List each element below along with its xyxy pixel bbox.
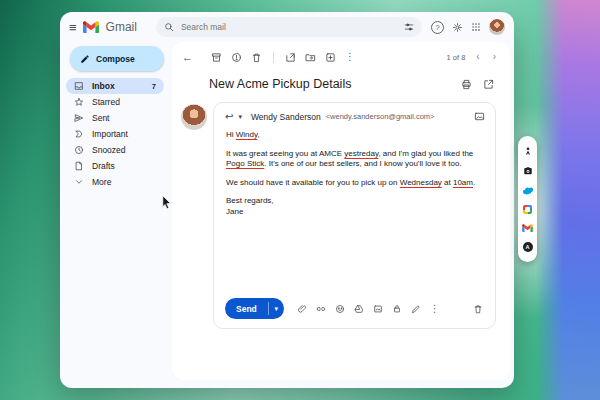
sidebar-item-label: Inbox	[92, 81, 115, 91]
move-to-folder-icon[interactable]	[305, 52, 316, 63]
google-apps-grid-icon[interactable]	[471, 22, 481, 32]
highlighted-product: Pogo Stick	[226, 159, 264, 168]
sidebar-item-label: Important	[92, 129, 128, 139]
signature-pen-icon[interactable]	[411, 304, 421, 314]
search-options-tune-icon[interactable]	[404, 22, 414, 32]
sidebar-item-important[interactable]: Important	[66, 126, 164, 142]
desktop-background: ≡ Gmail ?	[0, 0, 600, 400]
email-body: Hi Windy, It was great seeing you at AMC…	[214, 122, 495, 225]
reply-icon[interactable]: ↩	[225, 112, 233, 122]
reply-dropdown-icon[interactable]: ▾	[238, 113, 242, 120]
sidebar-item-more[interactable]: More	[66, 174, 164, 190]
compose-button[interactable]: Compose	[70, 46, 164, 71]
discard-draft-trash-icon[interactable]	[473, 304, 483, 314]
photo-icon[interactable]	[474, 111, 485, 122]
gmail-wordmark: Gmail	[106, 20, 137, 34]
mail-toolbar: ←	[172, 42, 510, 68]
send-button[interactable]: Send ▾	[225, 298, 284, 319]
help-icon[interactable]: ?	[431, 21, 444, 34]
send-options-caret-icon[interactable]: ▾	[269, 298, 284, 319]
delete-trash-icon[interactable]	[251, 52, 262, 63]
side-app-strip: A	[518, 136, 537, 262]
sidebar-item-label: Snoozed	[92, 145, 126, 155]
confidential-lock-icon[interactable]	[392, 304, 402, 314]
misspelled-word: Windy	[236, 130, 258, 139]
important-tag-icon	[74, 129, 84, 139]
pencil-icon	[80, 54, 90, 64]
sidebar-item-snoozed[interactable]: Snoozed	[66, 142, 164, 158]
gmail-logo-icon	[83, 21, 99, 33]
mark-unread-icon[interactable]	[285, 52, 296, 63]
sender-name: Wendy Sanderson	[251, 112, 321, 122]
dark-app-icon[interactable]: A	[523, 242, 533, 252]
drive-icon[interactable]	[354, 304, 364, 314]
chevron-down-icon	[74, 177, 84, 187]
main-menu-icon[interactable]: ≡	[69, 21, 77, 34]
search-bar[interactable]	[156, 17, 422, 37]
search-input[interactable]	[179, 21, 399, 33]
sidebar-item-starred[interactable]: Starred	[66, 94, 164, 110]
sidebar-item-sent[interactable]: Sent	[66, 110, 164, 126]
email-subject: New Acme Pickup Details	[209, 77, 351, 91]
gmail-window: ≡ Gmail ?	[60, 12, 514, 388]
more-compose-options-icon[interactable]: ⋮	[430, 304, 440, 314]
message-row: ↩ ▾ Wendy Sanderson <wendy.sanderson@gma…	[172, 95, 510, 380]
add-label-icon[interactable]	[325, 52, 336, 63]
older-chevron-icon[interactable]: ›	[491, 52, 498, 62]
send-label[interactable]: Send	[225, 298, 268, 319]
greeting-line: Hi Windy,	[226, 130, 483, 141]
closing-line: Best regards,	[226, 196, 483, 207]
sender-row: ↩ ▾ Wendy Sanderson <wendy.sanderson@gma…	[214, 103, 495, 122]
sidebar-item-label: Drafts	[92, 161, 115, 171]
insert-link-icon[interactable]	[316, 304, 326, 314]
wallpaper-gradient-band	[536, 0, 600, 400]
email-card: ↩ ▾ Wendy Sanderson <wendy.sanderson@gma…	[213, 102, 496, 329]
sidebar-item-drafts[interactable]: Drafts	[66, 158, 164, 174]
gmail-header: ≡ Gmail ?	[60, 12, 514, 42]
compose-action-bar: Send ▾	[214, 298, 495, 328]
sender-email: <wendy.sanderson@gmail.com>	[326, 112, 435, 121]
person-icon[interactable]	[523, 146, 533, 156]
highlighted-day: Wednesday	[400, 178, 442, 187]
signature-line: Jane	[226, 207, 483, 218]
inbox-icon	[74, 81, 84, 91]
inbox-unread-count: 7	[152, 82, 156, 91]
back-arrow-icon[interactable]: ←	[182, 52, 193, 63]
salesforce-cloud-icon[interactable]	[522, 186, 534, 195]
sidebar-item-label: Starred	[92, 97, 120, 107]
account-avatar[interactable]	[489, 19, 505, 35]
search-icon	[164, 22, 174, 32]
camera-icon[interactable]	[523, 166, 533, 176]
archive-icon[interactable]	[211, 52, 222, 63]
misspelled-word: yestreday	[344, 149, 378, 158]
sidebar-nav: Inbox 7 Starred Sent	[60, 78, 172, 190]
insert-image-icon[interactable]	[373, 304, 383, 314]
gmail-body: Compose Inbox 7 Starred	[60, 42, 514, 388]
draft-file-icon	[74, 161, 84, 171]
sidebar-item-label: Sent	[92, 113, 110, 123]
newer-chevron-icon[interactable]: ‹	[474, 52, 481, 62]
sidebar-item-inbox[interactable]: Inbox 7	[66, 78, 164, 94]
sender-avatar	[181, 104, 207, 130]
pagination-counter: 1 of 8	[447, 53, 466, 62]
print-icon[interactable]	[461, 79, 472, 90]
emoji-icon[interactable]	[335, 304, 345, 314]
report-spam-icon[interactable]	[231, 52, 242, 63]
star-icon	[74, 97, 84, 107]
send-plane-icon	[74, 113, 84, 123]
open-in-new-icon[interactable]	[483, 79, 494, 90]
paragraph-1: It was great seeing you at AMCE yestreda…	[226, 149, 483, 170]
sidebar: Compose Inbox 7 Starred	[60, 42, 172, 190]
toolbar-divider	[273, 52, 274, 63]
compose-label: Compose	[96, 54, 135, 64]
highlighted-time: 10am	[453, 178, 473, 187]
subject-row: New Acme Pickup Details	[172, 68, 510, 95]
header-actions: ?	[431, 19, 505, 35]
settings-gear-icon[interactable]	[452, 22, 463, 33]
google-calendar-icon[interactable]	[523, 205, 532, 214]
clock-icon	[74, 145, 84, 155]
gmail-app-icon[interactable]	[522, 224, 533, 232]
more-options-icon[interactable]: ⋮	[345, 52, 355, 62]
sidebar-item-label: More	[92, 177, 111, 187]
attach-paperclip-icon[interactable]	[297, 304, 307, 314]
